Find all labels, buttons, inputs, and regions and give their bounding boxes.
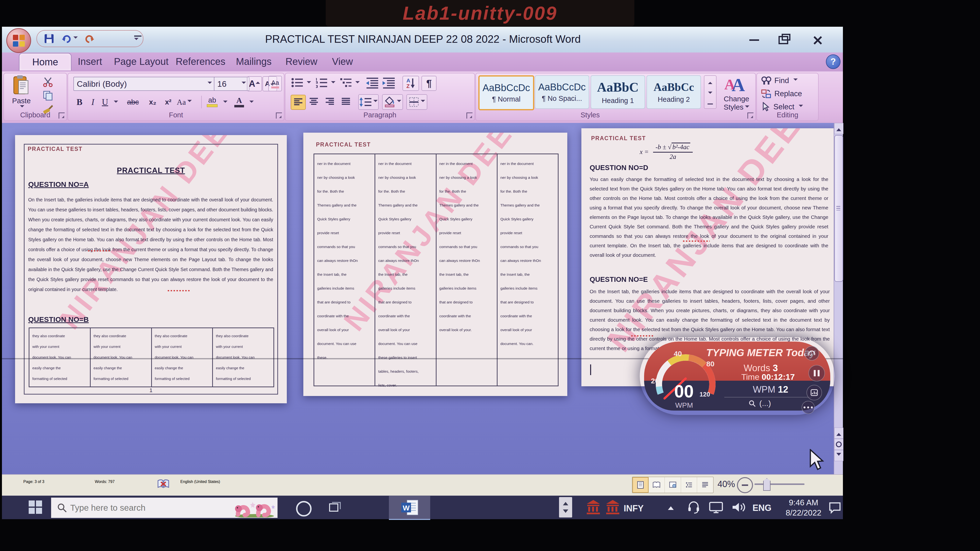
typing-meter-widget[interactable]: 20 40 80 120 00 WPM TYPING METER Today W…: [644, 341, 830, 411]
tab-mailings[interactable]: Mailings: [228, 53, 280, 70]
increase-indent-icon[interactable]: [382, 77, 396, 89]
align-center-button[interactable]: [307, 95, 321, 109]
undo-button[interactable]: [61, 33, 78, 44]
tab-insert[interactable]: Insert: [68, 53, 111, 70]
status-language[interactable]: English (United States): [180, 480, 220, 484]
tab-page-layout[interactable]: Page Layout: [109, 53, 173, 70]
undo-dropdown-icon[interactable]: [73, 37, 78, 41]
tab-view[interactable]: View: [322, 53, 363, 70]
tray-headset-icon[interactable]: [687, 500, 700, 514]
styles-gallery-scroll[interactable]: [704, 75, 716, 109]
tray-clock[interactable]: 9:46 AM 8/22/2022: [777, 497, 830, 518]
browse-object-button[interactable]: [834, 439, 843, 450]
subscript-button[interactable]: x₂: [146, 95, 159, 109]
font-name-combo[interactable]: Calibri (Body): [73, 77, 215, 91]
tab-review[interactable]: Review: [278, 53, 325, 70]
tab-references[interactable]: References: [170, 53, 231, 70]
zoom-level[interactable]: 40%: [718, 479, 735, 489]
cut-icon[interactable]: [42, 77, 54, 87]
tab-home[interactable]: Home: [19, 53, 72, 70]
font-color-dropdown-icon[interactable]: [250, 100, 254, 105]
search-input[interactable]: [67, 503, 231, 513]
next-page-button[interactable]: [834, 450, 843, 461]
cortana-button[interactable]: [296, 501, 312, 516]
start-button[interactable]: [29, 500, 42, 514]
style-heading1[interactable]: AaBbC Heading 1: [590, 75, 645, 109]
view-web-layout-button[interactable]: [665, 477, 681, 493]
view-outline-button[interactable]: [681, 477, 697, 493]
style-no-spacing[interactable]: AaBbCcDc ¶ No Spaci...: [535, 75, 589, 109]
document-page-2[interactable]: NIRANJAN DEEP PRACTICAL TEST ner in the …: [303, 133, 567, 396]
zoom-slider-track[interactable]: [754, 483, 805, 485]
meter-stats-button[interactable]: [807, 385, 822, 400]
tray-bank-icon[interactable]: [585, 499, 601, 515]
vertical-scrollbar[interactable]: [834, 123, 843, 474]
meter-more-button[interactable]: [802, 401, 815, 414]
status-word-count[interactable]: Words: 797: [95, 480, 115, 484]
bold-button[interactable]: B: [74, 95, 85, 109]
decrease-indent-icon[interactable]: [366, 77, 379, 89]
style-heading2[interactable]: AaBbCc Heading 2: [646, 75, 701, 109]
scroll-up-button[interactable]: [834, 123, 843, 134]
superscript-button[interactable]: x²: [161, 95, 175, 109]
font-size-combo[interactable]: 16: [214, 77, 250, 91]
underline-button[interactable]: U: [100, 95, 110, 109]
redo-icon[interactable]: [84, 33, 95, 44]
tray-network-display-icon[interactable]: [709, 501, 723, 514]
highlight-button[interactable]: ab: [205, 94, 220, 109]
multilevel-dropdown-icon[interactable]: [355, 81, 360, 86]
justify-button[interactable]: [339, 95, 353, 109]
clear-formatting-button[interactable]: Aa: [268, 76, 282, 91]
status-page-indicator[interactable]: Page: 3 of 3: [23, 480, 44, 484]
select-button[interactable]: Select: [761, 102, 803, 112]
bullets-dropdown-icon[interactable]: [307, 81, 311, 86]
line-spacing-button[interactable]: [358, 94, 379, 110]
highlight-dropdown-icon[interactable]: [223, 100, 228, 105]
clipboard-dialog-launcher[interactable]: [59, 113, 65, 119]
numbering-dropdown-icon[interactable]: [331, 81, 336, 86]
task-view-button[interactable]: [329, 501, 341, 514]
align-left-button[interactable]: [291, 95, 306, 110]
action-center-icon[interactable]: [828, 501, 842, 514]
previous-page-button[interactable]: [834, 427, 843, 439]
taskbar-word-button[interactable]: W: [389, 496, 430, 520]
tray-language-indicator[interactable]: ENG: [752, 503, 772, 513]
change-case-button[interactable]: Aa: [177, 95, 191, 109]
align-right-button[interactable]: [323, 95, 337, 109]
show-paragraph-marks-button[interactable]: ¶: [422, 76, 436, 91]
style-normal[interactable]: AaBbCcDc ¶ Normal: [478, 75, 534, 110]
meter-search-row[interactable]: (...): [749, 399, 771, 408]
show-hidden-icons-button[interactable]: [668, 503, 674, 510]
view-draft-button[interactable]: [697, 477, 713, 493]
replace-button[interactable]: Replace: [761, 89, 802, 98]
paste-button[interactable]: Paste: [7, 75, 35, 110]
scrollbar-thumb[interactable]: [834, 135, 843, 282]
grow-font-button[interactable]: A: [247, 76, 262, 91]
help-button[interactable]: ?: [826, 54, 840, 69]
taskbar-search[interactable]: [51, 497, 278, 518]
copy-icon[interactable]: [42, 91, 54, 100]
font-color-button[interactable]: A: [232, 94, 246, 109]
save-icon[interactable]: [44, 33, 54, 44]
zoom-out-button[interactable]: [737, 477, 753, 493]
spellcheck-status-icon[interactable]: [157, 479, 170, 490]
minimize-button[interactable]: [743, 33, 765, 47]
bullets-icon[interactable]: [291, 77, 304, 89]
styles-dialog-launcher[interactable]: [748, 113, 754, 119]
meter-mini-gauge-button[interactable]: [805, 346, 819, 360]
qat-customize-button[interactable]: [133, 33, 145, 46]
strikethrough-button[interactable]: abc: [123, 95, 143, 109]
multilevel-list-icon[interactable]: [339, 77, 352, 89]
italic-button[interactable]: I: [88, 95, 98, 109]
view-print-layout-button[interactable]: [632, 477, 649, 493]
find-button[interactable]: Find: [761, 76, 798, 86]
shading-button[interactable]: [382, 94, 403, 110]
close-button[interactable]: [807, 33, 828, 47]
borders-button[interactable]: [406, 94, 427, 110]
font-dialog-launcher[interactable]: [276, 113, 282, 119]
numbering-icon[interactable]: [315, 77, 328, 89]
tray-bank-icon[interactable]: [605, 499, 621, 515]
office-button[interactable]: [6, 28, 31, 53]
change-styles-button[interactable]: A A Change Styles: [719, 74, 754, 111]
tray-volume-icon[interactable]: [731, 500, 746, 514]
